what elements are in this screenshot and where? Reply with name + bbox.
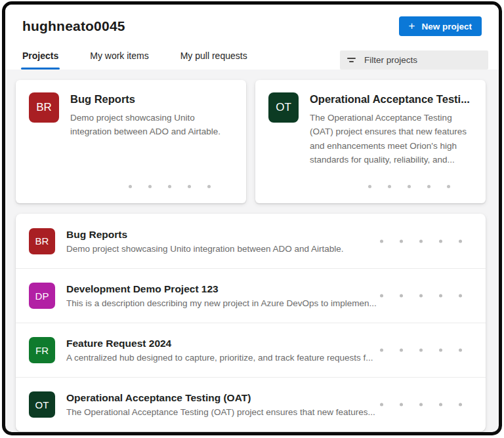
dot xyxy=(439,349,442,352)
project-row-title: Feature Request 2024 xyxy=(66,338,373,349)
dot xyxy=(427,185,430,188)
new-project-button-label: New project xyxy=(421,22,472,31)
dot xyxy=(419,349,423,352)
project-card-description: Demo project showcasing Unito integratio… xyxy=(70,111,233,139)
project-card-title: Bug Reports xyxy=(70,93,233,106)
dot xyxy=(419,403,423,407)
dot xyxy=(400,403,403,407)
dot xyxy=(188,185,191,188)
dot xyxy=(400,294,403,298)
project-avatar: FR xyxy=(29,337,55,363)
project-row-operational-acceptance-testing[interactable]: OT Operational Acceptance Testing (OAT) … xyxy=(16,377,486,431)
dot xyxy=(459,349,462,352)
tab-projects[interactable]: Projects xyxy=(16,49,65,70)
dot xyxy=(439,239,442,243)
project-row-title: Bug Reports xyxy=(66,229,344,241)
filter-projects-box[interactable] xyxy=(340,50,488,70)
project-row-description: A centralized hub designed to capture, p… xyxy=(66,353,373,363)
page-header: hughneato0045 + New project Projects My … xyxy=(5,5,499,70)
dot xyxy=(168,185,171,188)
projects-list: BR Bug Reports Demo project showcasing U… xyxy=(16,214,486,431)
dot xyxy=(368,185,371,188)
project-row-feature-request-2024[interactable]: FR Feature Request 2024 A centralized hu… xyxy=(16,323,486,377)
project-row-development-demo-project-123[interactable]: DP Development Demo Project 123 This is … xyxy=(16,268,486,323)
dot xyxy=(459,403,462,407)
plus-icon: + xyxy=(409,20,415,31)
project-cards-grid: BR Bug Reports Demo project showcasing U… xyxy=(5,70,499,213)
project-row-description: This is a description describing my new … xyxy=(66,298,377,308)
dot xyxy=(148,185,152,188)
dot xyxy=(129,185,132,188)
dot xyxy=(419,294,423,298)
app-window: hughneato0045 + New project Projects My … xyxy=(2,1,502,435)
dot xyxy=(380,403,383,407)
dot xyxy=(439,403,442,407)
dot xyxy=(400,349,403,352)
dot xyxy=(400,239,403,243)
project-avatar: OT xyxy=(29,391,55,418)
new-project-button[interactable]: + New project xyxy=(399,16,482,36)
tab-bar: Projects My work items My pull requests xyxy=(16,49,254,70)
project-avatar: BR xyxy=(29,92,59,123)
member-placeholder-dots xyxy=(368,185,450,188)
dot xyxy=(380,239,383,243)
project-row-description: The Operational Acceptance Testing (OAT)… xyxy=(66,407,375,417)
filter-icon xyxy=(346,58,356,62)
dot xyxy=(388,185,391,188)
project-card-bug-reports[interactable]: BR Bug Reports Demo project showcasing U… xyxy=(16,80,246,203)
dot xyxy=(380,294,383,298)
dot xyxy=(439,294,442,298)
filter-projects-input[interactable] xyxy=(363,54,482,66)
dot xyxy=(459,239,462,243)
member-placeholder-dots xyxy=(380,349,462,352)
project-avatar: BR xyxy=(29,228,55,254)
member-placeholder-dots xyxy=(380,403,462,407)
dot xyxy=(459,294,462,298)
projects-content: BR Bug Reports Demo project showcasing U… xyxy=(5,70,499,431)
project-avatar: OT xyxy=(268,92,299,123)
project-row-title: Development Demo Project 123 xyxy=(66,283,377,295)
dot xyxy=(408,185,411,188)
project-card-title: Operational Acceptance Testi... xyxy=(310,93,472,106)
project-card-operational-acceptance-testing[interactable]: OT Operational Acceptance Testi... The O… xyxy=(255,80,486,203)
dot xyxy=(380,349,383,352)
member-placeholder-dots xyxy=(380,239,462,243)
tab-my-pull-requests[interactable]: My pull requests xyxy=(174,49,254,70)
page-title: hughneato0045 xyxy=(22,18,125,34)
tab-my-work-items[interactable]: My work items xyxy=(83,49,155,70)
member-placeholder-dots xyxy=(129,185,211,188)
dot xyxy=(447,185,450,188)
dot xyxy=(419,239,423,243)
project-row-title: Operational Acceptance Testing (OAT) xyxy=(66,392,375,404)
project-row-description: Demo project showcasing Unito integratio… xyxy=(66,244,344,254)
project-row-bug-reports[interactable]: BR Bug Reports Demo project showcasing U… xyxy=(16,214,486,268)
member-placeholder-dots xyxy=(380,294,462,298)
project-avatar: DP xyxy=(29,283,55,309)
dot xyxy=(207,185,211,188)
project-card-description: The Operational Acceptance Testing (OAT)… xyxy=(310,111,472,167)
